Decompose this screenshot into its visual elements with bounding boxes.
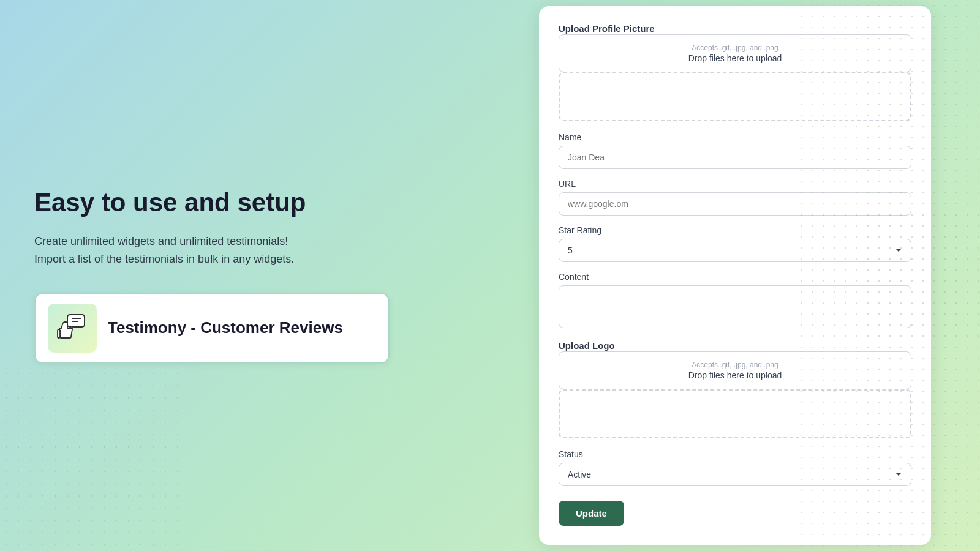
svg-rect-4 bbox=[58, 329, 60, 338]
hero-title: Easy to use and setup bbox=[34, 187, 408, 218]
status-label: Status bbox=[559, 449, 911, 459]
upload-logo-section: Upload Logo Accepts .gif, .jpg, and .png… bbox=[559, 340, 911, 438]
upload-profile-accepts: Accepts .gif, .jpg, and .png bbox=[568, 43, 902, 52]
upload-profile-section: Upload Profile Picture Accepts .gif, .jp… bbox=[559, 23, 911, 121]
url-input[interactable] bbox=[559, 192, 911, 216]
update-button[interactable]: Update bbox=[559, 501, 624, 526]
plugin-icon bbox=[48, 304, 97, 353]
upload-profile-drop: Drop files here to upload bbox=[568, 53, 902, 63]
form-panel: Upload Profile Picture Accepts .gif, .jp… bbox=[539, 6, 931, 545]
star-rating-label: Star Rating bbox=[559, 225, 911, 235]
upload-logo-box[interactable]: Accepts .gif, .jpg, and .png Drop files … bbox=[559, 351, 911, 389]
hero-subtitle-line2: Import a list of the testimonials in bul… bbox=[34, 253, 294, 265]
star-rating-select[interactable]: 1 2 3 4 5 bbox=[559, 239, 911, 262]
upload-logo-preview bbox=[559, 389, 911, 438]
plugin-card[interactable]: Testimony - Customer Reviews bbox=[34, 293, 390, 364]
hero-subtitle-line1: Create unlimited widgets and unlimited t… bbox=[34, 235, 288, 247]
content-textarea[interactable] bbox=[559, 285, 911, 328]
upload-logo-accepts: Accepts .gif, .jpg, and .png bbox=[568, 361, 902, 369]
plugin-name: Testimony - Customer Reviews bbox=[108, 318, 343, 337]
name-group: Name bbox=[559, 132, 911, 169]
content-group: Content bbox=[559, 272, 911, 331]
url-group: URL bbox=[559, 179, 911, 216]
status-group: Status Active Inactive bbox=[559, 449, 911, 486]
left-panel: Easy to use and setup Create unlimited w… bbox=[22, 0, 420, 551]
upload-logo-drop: Drop files here to upload bbox=[568, 370, 902, 380]
upload-profile-box[interactable]: Accepts .gif, .jpg, and .png Drop files … bbox=[559, 34, 911, 72]
content-label: Content bbox=[559, 272, 911, 282]
name-label: Name bbox=[559, 132, 911, 142]
upload-profile-preview bbox=[559, 72, 911, 121]
upload-profile-title: Upload Profile Picture bbox=[559, 23, 655, 34]
status-select[interactable]: Active Inactive bbox=[559, 463, 911, 486]
star-rating-group: Star Rating 1 2 3 4 5 bbox=[559, 225, 911, 262]
hero-subtitle: Create unlimited widgets and unlimited t… bbox=[34, 233, 408, 268]
upload-logo-title: Upload Logo bbox=[559, 340, 615, 351]
name-input[interactable] bbox=[559, 146, 911, 169]
url-label: URL bbox=[559, 179, 911, 189]
